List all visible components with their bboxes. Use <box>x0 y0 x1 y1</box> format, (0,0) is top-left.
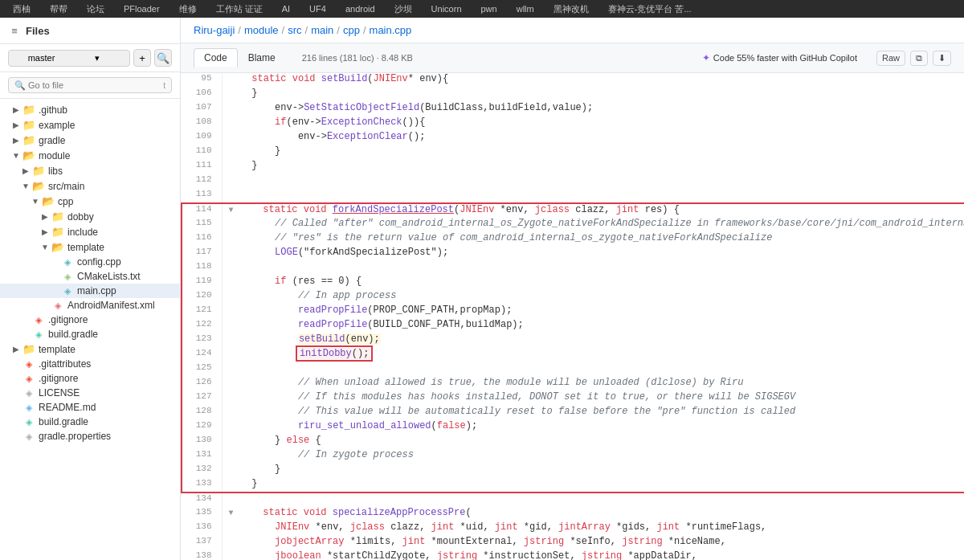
sidebar-item-label: LICENSE <box>39 387 80 399</box>
collapse-icon: ▶ <box>10 121 22 129</box>
breadcrumb-repo[interactable]: Riru-gaiji <box>194 24 235 36</box>
tab-论坛[interactable]: 论坛 <box>80 2 111 17</box>
sidebar-item-buildgradle-module[interactable]: ▶ ◈ build.gradle <box>0 327 180 341</box>
branch-button[interactable]: master ▾ <box>8 50 130 67</box>
tab-wllm[interactable]: wllm <box>510 2 541 15</box>
add-branch-button[interactable]: + <box>133 49 151 67</box>
sidebar-item-gitignore-root[interactable]: ▶ ◈ .gitignore <box>0 371 180 386</box>
sidebar-item-include[interactable]: ▶ 📁 include <box>0 224 180 239</box>
branch-selector: master ▾ + 🔍 <box>0 44 180 72</box>
folder-icon: 📁 <box>51 226 64 238</box>
sidebar-title: Files <box>26 25 172 37</box>
sidebar-item-github[interactable]: ▶ 📁 .github <box>0 102 180 117</box>
table-row: 123 setBuild(env); <box>182 333 964 348</box>
line-number: 126 <box>182 377 222 391</box>
tab-工作站[interactable]: 工作站 证证 <box>210 2 269 17</box>
line-number: 113 <box>182 189 222 203</box>
sidebar-item-label: libs <box>48 166 63 177</box>
line-content: } <box>222 160 964 174</box>
search-input[interactable] <box>8 77 172 93</box>
sidebar-item-cmakelists[interactable]: ▶ ◈ CMakeLists.txt <box>0 269 180 284</box>
sidebar-item-androidmanifest[interactable]: ▶ ◈ AndroidManifest.xml <box>0 298 180 313</box>
line-number: 95 <box>182 73 222 88</box>
tab-UF4[interactable]: UF4 <box>303 2 333 15</box>
code-toolbar: Code Blame 216 lines (181 loc) · 8.48 KB… <box>181 43 964 73</box>
tab-PFloader[interactable]: PFloader <box>117 2 166 15</box>
sidebar-item-readme[interactable]: ▶ ◈ README.md <box>0 400 180 415</box>
line-number: 106 <box>182 88 222 102</box>
sidebar-item-cpp[interactable]: ▼ 📂 cpp <box>0 194 180 209</box>
table-row: 126 // When unload allowed is true, the … <box>182 377 964 391</box>
table-row: 117 LOGE("forkAndSpecializePost"); <box>182 247 964 261</box>
sidebar-item-license[interactable]: ▶ ◈ LICENSE <box>0 386 180 400</box>
tab-android[interactable]: android <box>339 2 382 15</box>
sidebar-item-template-root[interactable]: ▶ 📁 template <box>0 341 180 357</box>
line-content: ▼ static void forkAndSpecializePost(JNIE… <box>222 203 964 218</box>
raw-button[interactable]: Raw <box>876 51 905 66</box>
download-button[interactable]: ⬇ <box>933 51 951 66</box>
tab-帮帮[interactable]: 帮帮 <box>43 2 74 17</box>
folder-open-icon: 📂 <box>32 180 45 192</box>
table-row: 128 // This value will be automatically … <box>182 406 964 420</box>
tab-pwn[interactable]: pwn <box>475 2 504 15</box>
collapse-button[interactable]: ▼ <box>229 206 239 215</box>
folder-icon: 📁 <box>22 343 35 355</box>
tab-AI[interactable]: AI <box>276 2 296 15</box>
table-row: 115 // Called "after" com_android_intern… <box>182 218 964 232</box>
sidebar-item-libs[interactable]: ▶ 📁 libs <box>0 163 180 178</box>
sidebar-item-gitattributes[interactable]: ▶ ◈ .gitattributes <box>0 357 180 371</box>
line-content: } <box>222 478 964 493</box>
search-branch-button[interactable]: 🔍 <box>154 49 172 67</box>
table-row: 113 <box>182 189 964 203</box>
sidebar-item-src[interactable]: ▼ 📂 src/main <box>0 178 180 194</box>
tab-Unicorn[interactable]: Unicorn <box>425 2 468 15</box>
tab-维修[interactable]: 维修 <box>173 2 203 17</box>
tab-黑神改机[interactable]: 黑神改机 <box>547 2 595 17</box>
breadcrumb-src[interactable]: src <box>288 24 301 36</box>
copy-button[interactable]: ⧉ <box>910 51 928 66</box>
sidebar-item-gradle[interactable]: ▶ 📁 gradle <box>0 133 180 148</box>
sidebar-item-gitignore-module[interactable]: ▶ ◈ .gitignore <box>0 313 180 327</box>
breadcrumb-cpp[interactable]: cpp <box>343 24 360 36</box>
tab-赛神云[interactable]: 赛神云-竞优平台 苦... <box>602 2 698 17</box>
code-area[interactable]: 95 static void setBuild(JNIEnv* env){106… <box>181 73 964 560</box>
sidebar-item-template-cpp[interactable]: ▼ 📂 template <box>0 239 180 255</box>
sidebar-item-main-cpp[interactable]: ▶ ◈ main.cpp <box>0 284 180 298</box>
table-row: 118 <box>182 261 964 276</box>
file-icon: ◈ <box>22 359 35 370</box>
line-number: 130 <box>182 435 222 449</box>
tab-沙坝[interactable]: 沙坝 <box>388 2 419 17</box>
breadcrumb-main[interactable]: main <box>311 24 333 36</box>
collapse-button[interactable]: ▼ <box>229 509 239 517</box>
line-content <box>222 174 964 189</box>
sidebar-item-dobby[interactable]: ▶ 📁 dobby <box>0 209 180 224</box>
folder-icon: 📁 <box>22 134 35 146</box>
breadcrumb: Riru-gaiji / module / src / main / cpp /… <box>181 18 964 43</box>
sidebar-item-module[interactable]: ▼ 📂 module <box>0 148 180 163</box>
sidebar-item-gradle-properties[interactable]: ▶ ◈ gradle.properties <box>0 429 180 444</box>
file-icon: ◈ <box>61 257 74 268</box>
tab-blame[interactable]: Blame <box>238 48 286 67</box>
line-number: 122 <box>182 319 222 333</box>
breadcrumb-module[interactable]: module <box>244 24 279 36</box>
table-row: 136 JNIEnv *env, jclass clazz, jint *uid… <box>182 521 964 536</box>
line-content: riru_set_unload_allowed(false); <box>222 420 964 435</box>
breadcrumb-file[interactable]: main.cpp <box>370 24 412 36</box>
sidebar-item-label: .gitignore <box>48 314 88 325</box>
copilot-banner[interactable]: ✦ Code 55% faster with GitHub Copilot <box>702 52 857 63</box>
line-number: 118 <box>182 261 222 276</box>
sidebar-item-config-cpp[interactable]: ▶ ◈ config.cpp <box>0 255 180 269</box>
table-row: 132 } <box>182 464 964 478</box>
collapse-icon: ▶ <box>10 105 22 114</box>
branch-name: master <box>15 53 67 63</box>
sidebar-item-label: dobby <box>67 211 94 223</box>
line-number: 115 <box>182 218 222 232</box>
sidebar-item-example[interactable]: ▶ 📁 example <box>0 117 180 133</box>
collapse-icon: ▶ <box>10 345 22 354</box>
tab-西柚[interactable]: 西柚 <box>6 2 37 17</box>
sidebar-item-buildgradle-root[interactable]: ▶ ◈ build.gradle <box>0 415 180 429</box>
tab-code[interactable]: Code <box>194 48 238 67</box>
sidebar-item-label: template <box>67 242 104 253</box>
sidebar-item-label: .gitattributes <box>39 358 91 370</box>
collapse-icon: ▶ <box>39 227 51 236</box>
